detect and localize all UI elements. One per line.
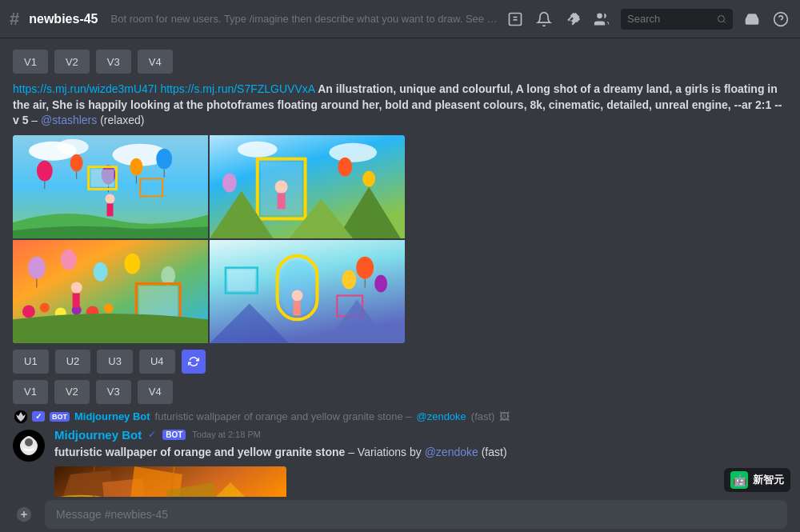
help-icon[interactable] [771, 10, 790, 29]
compact-image-icon: 🖼 [499, 410, 510, 422]
svg-rect-33 [278, 193, 286, 209]
notifications-icon[interactable] [534, 10, 554, 29]
svg-point-35 [362, 170, 375, 186]
svg-point-50 [94, 262, 108, 281]
inbox-icon[interactable] [742, 10, 762, 29]
svg-point-25 [106, 194, 115, 203]
bot-author-name: Midjourney Bot [54, 428, 142, 442]
dreamy-image-4 [210, 240, 405, 343]
dreamy-prompt-text: https://s.mj.run/wizde3mU47I https://s.m… [13, 82, 787, 129]
svg-point-4 [718, 15, 725, 22]
add-attachment-button[interactable] [13, 503, 35, 526]
top-bar-icons [506, 9, 790, 30]
message-input[interactable] [45, 500, 787, 529]
compact-speed: (fast) [471, 410, 495, 422]
watermark-icon: 🤖 [730, 471, 748, 489]
svg-point-36 [222, 173, 237, 192]
dreamy-image-2 [210, 135, 405, 238]
compact-status-line: ✓ BOT Midjourney Bot futuristic wallpape… [13, 410, 787, 423]
mj-bot-avatar [13, 430, 45, 462]
svg-line-5 [723, 21, 725, 22]
compact-author-name: Midjourney Bot [74, 410, 150, 422]
dreamy-image-3 [13, 240, 208, 343]
u2-button[interactable]: U2 [55, 350, 91, 374]
search-input[interactable] [627, 13, 712, 25]
channel-description: Bot room for new users. Type /imagine th… [111, 13, 499, 25]
action-buttons-row2: V1 V2 V3 V4 [13, 380, 787, 404]
granite-message-header: Midjourney Bot ✓ BOT Today at 2:18 PM [54, 428, 787, 442]
svg-point-29 [329, 143, 377, 162]
verified-checkmark: ✓ [148, 429, 156, 440]
svg-point-49 [61, 249, 77, 270]
svg-rect-56 [73, 293, 80, 307]
svg-point-41 [22, 305, 35, 318]
svg-point-34 [338, 157, 352, 176]
top-bar: # newbies-45 Bot room for new users. Typ… [0, 0, 800, 38]
prompt-link-2[interactable]: https://s.mj.run/S7FZLGUVVxA [160, 82, 314, 95]
u4-button[interactable]: U4 [139, 350, 175, 374]
granite-message-content: Midjourney Bot ✓ BOT Today at 2:18 PM fu… [54, 428, 787, 497]
svg-point-64 [374, 274, 387, 292]
svg-point-18 [130, 158, 142, 175]
svg-point-47 [28, 256, 46, 278]
main-content: V1 V2 V3 V4 https://s.mj.run/wizde3mU47I… [0, 38, 800, 497]
refresh-button[interactable] [182, 350, 206, 374]
svg-rect-26 [107, 203, 114, 216]
author-mention: @stashlers [41, 114, 97, 126]
v1-button-action[interactable]: V1 [13, 380, 48, 404]
v2-button-top[interactable]: V2 [54, 50, 90, 74]
granite-prompt-text: futuristic wallpaper of orange and yello… [54, 445, 787, 461]
svg-point-72 [25, 438, 33, 446]
prompt-link-1[interactable]: https://s.mj.run/wizde3mU47I [13, 82, 158, 95]
threads-icon[interactable] [506, 10, 525, 29]
svg-point-28 [238, 142, 278, 158]
channel-hash-icon: # [10, 9, 19, 30]
svg-point-14 [70, 154, 83, 171]
granite-message-group: Midjourney Bot ✓ BOT Today at 2:18 PM fu… [13, 428, 787, 497]
svg-point-60 [292, 290, 303, 301]
compact-mention: @zendoke [416, 410, 466, 422]
svg-rect-23 [91, 169, 114, 186]
v2-button-action[interactable]: V2 [54, 380, 90, 404]
v3-button-action[interactable]: V3 [96, 380, 131, 404]
pin-icon[interactable] [563, 10, 582, 29]
u1-button[interactable]: U1 [13, 350, 49, 374]
compact-avatar [14, 410, 27, 423]
v1-button-top[interactable]: V1 [13, 50, 48, 74]
dreamy-image-grid [13, 135, 405, 343]
granite-image [54, 466, 286, 497]
version-buttons-top: V1 V2 V3 V4 [13, 45, 787, 74]
svg-point-55 [71, 282, 82, 293]
svg-point-12 [37, 160, 53, 181]
svg-point-65 [342, 270, 356, 289]
svg-point-51 [124, 253, 140, 274]
svg-point-10 [57, 139, 89, 155]
granite-prompt-bold: futuristic wallpaper of orange and yello… [54, 446, 345, 458]
search-box[interactable] [621, 9, 733, 30]
compact-verified-badge: ✓ [32, 411, 45, 422]
granite-speed: (fast) [482, 446, 507, 458]
v4-button-top[interactable]: V4 [138, 50, 173, 74]
bot-badge: BOT [162, 430, 186, 440]
watermark-text: 新智元 [753, 473, 784, 487]
v3-button-top[interactable]: V3 [96, 50, 131, 74]
message-timestamp: Today at 2:18 PM [192, 430, 261, 439]
watermark: 🤖 新智元 [724, 468, 790, 492]
v4-button-action[interactable]: V4 [138, 380, 173, 404]
svg-point-46 [104, 303, 114, 313]
svg-point-42 [40, 302, 50, 312]
compact-bot-badge: BOT [50, 412, 70, 422]
members-icon[interactable] [592, 10, 611, 29]
granite-separator: – Variations by [348, 446, 424, 458]
compact-prompt: futuristic wallpaper of orange and yello… [155, 410, 412, 422]
u3-button[interactable]: U3 [97, 350, 133, 374]
svg-point-3 [597, 13, 602, 18]
action-buttons-row1: U1 U2 U3 U4 [13, 350, 787, 374]
dreamy-message-group: https://s.mj.run/wizde3mU47I https://s.m… [13, 82, 787, 404]
svg-point-32 [275, 180, 288, 193]
svg-point-52 [161, 266, 175, 285]
svg-point-62 [356, 256, 374, 278]
dreamy-image-1 [13, 135, 208, 238]
svg-rect-67 [228, 270, 255, 290]
granite-mention: @zendoke [425, 446, 478, 458]
